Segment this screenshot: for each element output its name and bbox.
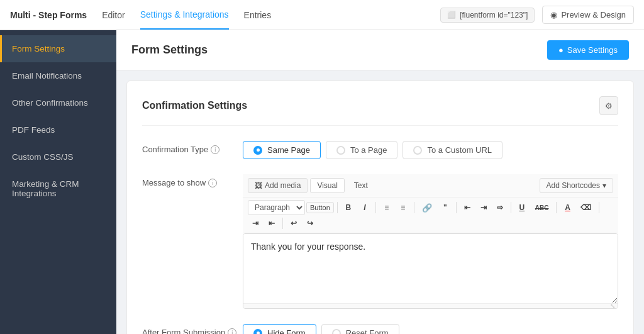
ordered-list-button[interactable]: ≡ [396, 201, 411, 214]
redo-button[interactable]: ↪ [303, 216, 318, 230]
paragraph-select[interactable]: Paragraph [248, 200, 305, 215]
radio-dot-custom-url [413, 146, 422, 155]
layout: Form Settings Email Notifications Other … [0, 30, 644, 334]
confirmation-type-control: Same Page To a Page To a Custom URL [243, 141, 618, 159]
tab-visual-button[interactable]: Visual [310, 178, 344, 193]
toolbar-sep-3 [414, 202, 414, 213]
resize-icon: ⤡ [610, 303, 615, 309]
sidebar-item-custom-css-js[interactable]: Custom CSS/JS [0, 143, 116, 170]
sidebar-item-other-confirmations[interactable]: Other Confirmations [0, 89, 116, 116]
toolbar-sep-6 [556, 202, 557, 213]
message-to-show-row: Message to show i 🖼 Add media Visual [142, 174, 618, 309]
shortcode-icon: ⬜ [447, 11, 456, 19]
toolbar-sep-8 [282, 218, 283, 229]
gear-button[interactable]: ⚙ [599, 96, 618, 115]
text-color-button[interactable]: A [560, 201, 575, 214]
add-shortcodes-button[interactable]: Add Shortcodes ▾ [540, 178, 613, 193]
eraser-button[interactable]: ⌫ [576, 201, 596, 214]
radio-dot-hide-form [253, 329, 262, 335]
page-title: Form Settings [131, 43, 208, 57]
align-center-button[interactable]: ⇥ [476, 201, 491, 214]
editor-top-bar: 🖼 Add media Visual Text Add Shortcod [243, 174, 618, 198]
message-editor-wrapper: 🖼 Add media Visual Text Add Shortcod [243, 174, 618, 309]
underline-button[interactable]: U [514, 201, 530, 214]
card-header: Confirmation Settings ⚙ [142, 96, 618, 126]
shortcode-value: [fluentform id="123"] [460, 11, 528, 19]
editor-top-left: 🖼 Add media Visual Text [248, 178, 375, 193]
radio-reset-form[interactable]: Reset Form [321, 324, 399, 334]
gear-icon: ⚙ [605, 101, 613, 111]
radio-dot-same-page [253, 146, 262, 155]
tab-text-button[interactable]: Text [347, 178, 375, 193]
strikethrough-button[interactable]: ABC [531, 202, 553, 214]
editor-content[interactable]: Thank you for your response. [243, 234, 618, 303]
radio-to-a-custom-url[interactable]: To a Custom URL [402, 141, 502, 159]
message-to-show-label: Message to show i [142, 174, 243, 187]
button-toolbar-btn[interactable]: Button [306, 202, 334, 213]
radio-to-a-page[interactable]: To a Page [326, 141, 398, 159]
media-icon: 🖼 [255, 181, 262, 190]
bold-button[interactable]: B [341, 201, 356, 214]
toolbar-sep-7 [599, 202, 599, 213]
editor-content-wrapper: Thank you for your response. ⤡ [243, 233, 618, 309]
editor-toolbar: Paragraph Button B I ≡ ≡ 🔗 " ⇤ ⇥ [243, 198, 618, 233]
editor-resize-handle[interactable]: ⤡ [243, 303, 618, 308]
add-media-button[interactable]: 🖼 Add media [248, 178, 308, 193]
after-submission-label: After Form Submission i [142, 324, 243, 334]
outdent-button[interactable]: ⇤ [264, 216, 279, 230]
top-nav-left: Multi - Step Forms Editor Settings & Int… [10, 1, 271, 30]
indent-button[interactable]: ⇥ [248, 216, 263, 230]
page-header: Form Settings ● Save Settings [116, 30, 644, 70]
top-nav: Multi - Step Forms Editor Settings & Int… [0, 0, 644, 30]
undo-button[interactable]: ↩ [286, 216, 301, 230]
save-settings-button[interactable]: ● Save Settings [547, 40, 629, 60]
align-left-button[interactable]: ⇤ [460, 201, 475, 214]
sidebar-item-form-settings[interactable]: Form Settings [0, 35, 116, 62]
chevron-down-icon: ▾ [602, 181, 606, 190]
align-right-button[interactable]: ⇨ [492, 201, 508, 214]
after-submission-control: Hide Form Reset Form [243, 324, 618, 334]
nav-settings[interactable]: Settings & Integrations [140, 1, 229, 30]
sidebar-item-pdf-feeds[interactable]: PDF Feeds [0, 116, 116, 143]
nav-entries[interactable]: Entries [244, 1, 272, 29]
radio-hide-form[interactable]: Hide Form [243, 324, 316, 334]
eye-icon: ◉ [550, 10, 557, 19]
confirmation-settings-card: Confirmation Settings ⚙ Confirmation Typ… [126, 81, 634, 334]
top-nav-right: ⬜ [fluentform id="123"] ◉ Preview & Desi… [440, 6, 634, 24]
italic-button[interactable]: I [357, 201, 372, 214]
brand-name: Multi - Step Forms [10, 10, 87, 20]
sidebar-item-marketing-crm[interactable]: Marketing & CRM Integrations [0, 170, 116, 207]
blockquote-button[interactable]: " [438, 201, 453, 214]
unordered-list-button[interactable]: ≡ [379, 201, 394, 214]
nav-editor[interactable]: Editor [102, 1, 125, 29]
shortcode-badge[interactable]: ⬜ [fluentform id="123"] [440, 8, 535, 23]
main-content: Form Settings ● Save Settings Confirmati… [116, 30, 644, 334]
card-title: Confirmation Settings [142, 100, 247, 111]
radio-dot-reset-form [332, 329, 341, 335]
link-button[interactable]: 🔗 [418, 201, 436, 215]
confirmation-type-row: Confirmation Type i Same Page To a Page … [142, 141, 618, 159]
toolbar-sep-4 [456, 202, 457, 213]
preview-design-button[interactable]: ◉ Preview & Design [542, 6, 634, 24]
confirmation-type-label: Confirmation Type i [142, 141, 243, 154]
toolbar-sep-1 [337, 202, 338, 213]
toolbar-sep-5 [511, 202, 511, 213]
confirmation-type-info-icon: i [211, 145, 219, 154]
toolbar-sep-2 [375, 202, 376, 213]
after-submission-info-icon: i [228, 328, 236, 335]
radio-same-page[interactable]: Same Page [243, 141, 321, 159]
sidebar: Form Settings Email Notifications Other … [0, 30, 116, 334]
save-icon: ● [558, 45, 564, 55]
sidebar-item-email-notifications[interactable]: Email Notifications [0, 62, 116, 89]
after-form-submission-row: After Form Submission i Hide Form Reset … [142, 324, 618, 334]
radio-dot-to-a-page [336, 146, 345, 155]
message-info-icon: i [208, 179, 217, 187]
